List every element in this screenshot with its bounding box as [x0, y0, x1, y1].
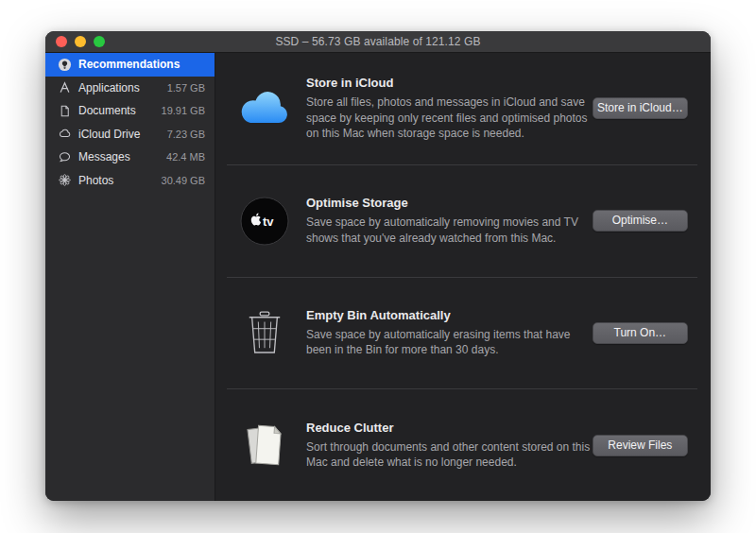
photos-flower-icon: [57, 173, 72, 188]
sidebar-item-size: 30.49 GB: [162, 175, 205, 186]
icloud-cloud-icon: [236, 82, 293, 135]
optimise-button[interactable]: Optimise…: [593, 210, 688, 232]
recommendation-description: Save space by automatically removing mov…: [306, 215, 593, 246]
applications-tools-icon: [57, 80, 72, 95]
chat-bubble-icon: [57, 149, 72, 164]
recommendation-row-empty-bin: Empty Bin Automatically Save space by au…: [227, 278, 697, 390]
sidebar-item-label: iCloud Drive: [78, 128, 140, 141]
recommendation-description: Sort through documents and other content…: [306, 439, 593, 471]
review-files-button[interactable]: Review Files: [593, 435, 688, 456]
svg-text:tv: tv: [263, 214, 274, 228]
trash-bin-icon: [236, 306, 293, 359]
document-icon: [57, 103, 72, 118]
recommendation-row-optimise-storage: tv Optimise Storage Save space by automa…: [227, 165, 697, 278]
lightbulb-icon: [57, 57, 72, 72]
sidebar-item-size: 42.4 MB: [166, 151, 205, 163]
sidebar-item-label: Photos: [78, 174, 113, 187]
recommendation-description: Save space by automatically erasing item…: [306, 327, 593, 358]
sidebar-item-label: Recommendations: [78, 58, 180, 71]
sidebar: Recommendations Applications 1.57 GB: [45, 53, 215, 501]
recommendation-title: Store in iCloud: [306, 76, 593, 90]
recommendation-row-store-in-icloud: Store in iCloud Store all files, photos …: [227, 53, 697, 165]
recommendations-panel: Store in iCloud Store all files, photos …: [215, 53, 711, 501]
sidebar-item-recommendations[interactable]: Recommendations: [45, 53, 215, 77]
sidebar-item-applications[interactable]: Applications 1.57 GB: [45, 77, 215, 100]
store-in-icloud-button[interactable]: Store in iCloud…: [593, 97, 688, 119]
minimize-window-button[interactable]: [75, 36, 86, 47]
sidebar-item-messages[interactable]: Messages 42.4 MB: [45, 146, 215, 169]
recommendation-text: Empty Bin Automatically Save space by au…: [306, 308, 593, 358]
desktop-background: SSD – 56.73 GB available of 121.12 GB Re…: [0, 0, 756, 533]
sidebar-item-label: Applications: [78, 81, 140, 95]
documents-stack-icon: [236, 419, 293, 472]
sidebar-item-label: Messages: [78, 150, 130, 163]
sidebar-item-documents[interactable]: Documents 19.91 GB: [45, 99, 215, 123]
recommendation-title: Optimise Storage: [306, 196, 593, 210]
traffic-lights: [56, 31, 105, 52]
cloud-icon: [57, 127, 72, 142]
close-window-button[interactable]: [56, 36, 67, 47]
sidebar-item-size: 1.57 GB: [167, 82, 205, 94]
sidebar-item-icloud-drive[interactable]: iCloud Drive 7.23 GB: [45, 123, 215, 146]
recommendation-text: Reduce Clutter Sort through documents an…: [306, 421, 593, 471]
sidebar-item-label: Documents: [78, 104, 136, 117]
sidebar-item-size: 7.23 GB: [167, 129, 205, 140]
turn-on-button[interactable]: Turn On…: [593, 322, 688, 344]
recommendation-title: Reduce Clutter: [306, 421, 593, 435]
recommendation-description: Store all files, photos and messages in …: [306, 95, 593, 142]
apple-tv-icon: tv: [236, 195, 293, 248]
recommendation-row-reduce-clutter: Reduce Clutter Sort through documents an…: [227, 389, 697, 501]
sidebar-item-size: 19.91 GB: [162, 105, 205, 116]
recommendation-text: Store in iCloud Store all files, photos …: [306, 76, 593, 142]
zoom-window-button[interactable]: [94, 36, 105, 47]
recommendation-title: Empty Bin Automatically: [306, 308, 593, 322]
sidebar-item-photos[interactable]: Photos 30.49 GB: [45, 169, 215, 193]
window-title: SSD – 56.73 GB available of 121.12 GB: [275, 35, 480, 48]
window-titlebar[interactable]: SSD – 56.73 GB available of 121.12 GB: [45, 31, 711, 53]
recommendation-text: Optimise Storage Save space by automatic…: [306, 196, 593, 246]
storage-management-window: SSD – 56.73 GB available of 121.12 GB Re…: [45, 31, 711, 501]
